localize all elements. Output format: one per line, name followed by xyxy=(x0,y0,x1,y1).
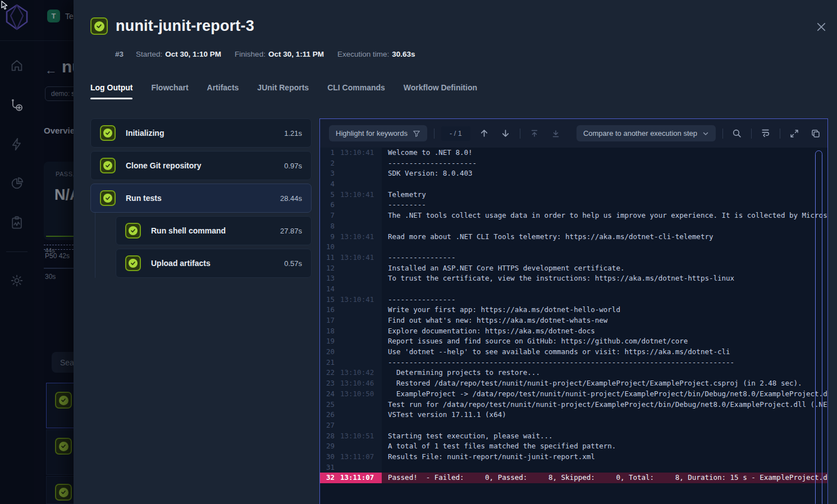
workspace-badge[interactable]: T xyxy=(47,10,60,22)
tab-artifacts[interactable]: Artifacts xyxy=(207,83,239,99)
tab-flowchart[interactable]: Flowchart xyxy=(151,83,188,99)
log-line-timestamp: 13:10:41 xyxy=(340,253,382,263)
log-line-timestamp: 13:10:51 xyxy=(340,431,382,442)
log-line: 6 --------- xyxy=(320,200,827,210)
log-line: 24 13:10:50 ExampleProject -> /data/repo… xyxy=(320,389,827,400)
log-line-number: 29 xyxy=(320,441,340,452)
finished-value: Oct 30, 1:11 PM xyxy=(268,50,324,58)
wrap-lines-icon[interactable] xyxy=(758,126,773,141)
step-card-clone-git-repository[interactable]: Clone Git repository 0.97s xyxy=(90,151,312,180)
log-line-text: Starting test execution, please wait... xyxy=(382,431,827,442)
log-line-number: 5 xyxy=(320,190,340,200)
search-log-icon[interactable] xyxy=(730,126,744,141)
log-line-timestamp xyxy=(340,420,382,431)
step-name: Initializing xyxy=(126,129,274,138)
next-match-icon[interactable] xyxy=(498,126,513,141)
scroll-to-bottom-icon[interactable] xyxy=(548,126,563,141)
search-placeholder: Sea xyxy=(60,358,74,367)
log-line: 27 xyxy=(320,420,827,431)
log-line-timestamp xyxy=(340,221,382,232)
app-logo[interactable] xyxy=(4,3,29,31)
toolbar-divider xyxy=(434,129,434,139)
log-line-timestamp: 13:10:46 xyxy=(340,378,382,389)
log-line-text: Results File: nunit-report/nunit-junit-r… xyxy=(382,452,827,462)
log-line-timestamp xyxy=(340,273,382,284)
step-card-run-tests[interactable]: Run tests 28.44s xyxy=(90,184,312,213)
step-card-initializing[interactable]: Initializing 1.21s xyxy=(90,118,312,148)
log-line-timestamp xyxy=(340,410,382,420)
back-arrow-icon[interactable]: ← xyxy=(45,63,57,77)
log-line: 5 13:10:41 Telemetry xyxy=(320,190,827,200)
log-line-timestamp xyxy=(340,462,382,473)
log-line: 15 13:10:41 ---------------- xyxy=(320,295,827,305)
insights-icon[interactable] xyxy=(5,172,29,195)
log-scrollbar-thumb[interactable] xyxy=(815,150,822,504)
scroll-to-top-icon[interactable] xyxy=(527,126,542,141)
log-line: 31 xyxy=(320,462,827,473)
log-line-text: Use 'dotnet --help' to see available com… xyxy=(382,347,827,358)
log-line-number: 17 xyxy=(320,315,340,326)
step-duration: 27.87s xyxy=(280,227,302,235)
log-line-number: 18 xyxy=(320,326,340,337)
log-line: 3 SDK Version: 8.0.403 xyxy=(320,168,827,179)
log-line-text: To trust the certificate, view the instr… xyxy=(382,273,827,284)
log-line-text: Write your first app: https://aka.ms/dot… xyxy=(382,305,827,315)
log-line-timestamp xyxy=(340,179,382,190)
log-line-timestamp: 13:11:07 xyxy=(340,452,382,462)
log-line-timestamp xyxy=(340,168,382,179)
log-line-timestamp xyxy=(340,326,382,337)
log-line-text: --------------------- xyxy=(382,158,827,169)
step-card-upload-artifacts[interactable]: Upload artifacts 0.57s xyxy=(116,249,312,278)
workflows-icon[interactable] xyxy=(5,93,29,117)
success-check-icon xyxy=(55,392,72,409)
step-card-run-shell-command[interactable]: Run shell command 27.87s xyxy=(116,216,312,245)
sidebar-divider xyxy=(6,251,28,252)
log-line-timestamp xyxy=(340,263,382,274)
log-line: 13 To trust the certificate, view the in… xyxy=(320,273,827,284)
log-line-number: 16 xyxy=(320,305,340,315)
log-line: 11 13:10:41 ---------------- xyxy=(320,253,827,263)
reports-icon[interactable] xyxy=(5,211,29,235)
tab-cli-commands[interactable]: CLI Commands xyxy=(327,83,385,99)
log-line-number: 1 xyxy=(320,148,340,158)
highlight-keywords-button[interactable]: Highlight for keywords xyxy=(329,125,427,141)
log-line-number: 23 xyxy=(320,378,340,389)
toolbar-divider xyxy=(780,129,780,139)
log-line-number: 7 xyxy=(320,210,340,221)
previous-match-icon[interactable] xyxy=(477,126,492,141)
execution-time-label: Execution time: xyxy=(337,50,389,58)
expand-icon[interactable] xyxy=(787,126,802,141)
compare-step-select[interactable]: Compare to another execution step xyxy=(577,125,716,141)
log-panel: Highlight for keywords - / 1 xyxy=(319,118,828,504)
highlight-keywords-label: Highlight for keywords xyxy=(336,129,408,138)
sidebar xyxy=(0,0,34,504)
log-line-text: A total of 1 test files matched the spec… xyxy=(382,441,827,452)
log-line-timestamp xyxy=(340,336,382,347)
steps-list: Initializing 1.21s Clone Git repository … xyxy=(90,118,312,281)
log-line: 19 Report issues and find source on GitH… xyxy=(320,336,827,347)
tab-log-output[interactable]: Log Output xyxy=(90,83,132,99)
log-line-text xyxy=(382,242,827,253)
settings-icon[interactable] xyxy=(5,269,29,292)
log-line-timestamp xyxy=(340,242,382,253)
tab-workflow-definition[interactable]: Workflow Definition xyxy=(404,83,477,99)
tab-junit-reports[interactable]: JUnit Reports xyxy=(257,83,309,99)
step-tree-connector xyxy=(95,213,95,278)
started-value: Oct 30, 1:10 PM xyxy=(165,50,221,58)
log-line: 12 Installed an ASP.NET Core HTTPS devel… xyxy=(320,263,827,274)
log-line: 9 13:10:41 Read more about .NET CLI Tool… xyxy=(320,232,827,242)
copy-icon[interactable] xyxy=(808,126,823,141)
search-input[interactable]: Sea xyxy=(52,352,74,373)
log-line-text: Find out what's new: https://aka.ms/dotn… xyxy=(382,315,827,326)
triggers-icon[interactable] xyxy=(5,132,29,156)
step-success-check-icon xyxy=(125,255,141,271)
log-line: 4 xyxy=(320,179,827,190)
home-icon[interactable] xyxy=(5,54,29,77)
log-line-text xyxy=(382,420,827,431)
log-line-text: --------- xyxy=(382,200,827,210)
close-icon[interactable] xyxy=(815,20,828,34)
log-output: 1 13:10:41 Welcome to .NET 8.0! 2 ------… xyxy=(320,148,827,483)
log-line-number: 28 xyxy=(320,431,340,442)
log-line-text: Read more about .NET CLI Tools telemetry… xyxy=(382,232,827,242)
log-line-text xyxy=(382,179,827,190)
